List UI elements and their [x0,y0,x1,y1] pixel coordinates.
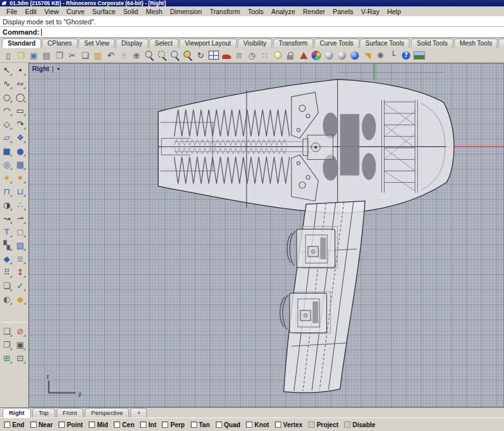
viewport-tab-perspective[interactable]: Perspective [85,408,130,418]
polyline-icon[interactable]: ∿ [1,78,13,90]
boolean-difference-icon[interactable]: ◑ [1,199,13,211]
zoom-window-icon[interactable] [156,49,168,62]
osnap-toggle-tan[interactable]: Tan [191,421,210,428]
osnap-toggle-int[interactable]: Int [140,421,156,428]
viewport-tab-front[interactable]: Front [56,408,83,418]
surface-corner-icon[interactable]: ❖ [14,131,26,144]
ribbon-tab-curve-tools[interactable]: Curve Tools [313,38,360,48]
text-object-icon[interactable]: T [1,226,13,238]
solid-tools-icon[interactable]: ◆ [1,253,13,265]
ribbon-tab-display[interactable]: Display [116,38,149,48]
single-point-icon[interactable]: • [14,64,26,76]
osnap-checkbox-quad[interactable] [216,421,222,428]
ellipse-icon[interactable]: ◯ [14,91,26,103]
sphere-solid-icon[interactable]: ● [14,145,26,157]
copy-objects-icon[interactable]: ◻ [14,226,26,238]
title-bar[interactable]: 01.3dm (215705 KB) - Rhinoceros Corporat… [0,0,504,6]
named-view-a-icon[interactable]: ❒ [1,339,13,351]
pan-icon[interactable]: ☝ [117,49,130,62]
torus-solid-icon[interactable]: ◎ [1,158,13,171]
ribbon-tab-surface-tools[interactable]: Surface Tools [360,38,411,48]
view-capture-icon[interactable]: ❑ [1,325,13,337]
help-icon[interactable]: ? [400,49,412,62]
check-objects-icon[interactable]: ✓ [14,280,26,292]
viewport-tab-add[interactable]: + [130,408,147,418]
move-view-icon[interactable]: ⊕ [130,49,143,62]
points-on-icon[interactable]: ∷ [259,49,271,62]
ribbon-tab-select[interactable]: Select [148,38,178,48]
viewport-right[interactable]: Right | ▼ [28,63,504,407]
osnap-toggle-near[interactable]: Near [30,421,53,428]
curve-control-points-icon[interactable]: ∾ [14,78,26,90]
chamfer-edge-icon[interactable]: ⊔ [14,185,26,198]
menu-render[interactable]: Render [299,7,329,16]
lamp-icon[interactable] [272,49,284,62]
render-disabled-icon[interactable]: ⊘ [14,325,26,337]
handle-switch-upper[interactable] [287,226,338,268]
ribbon-tab-viewport-layout[interactable]: Viewport Layout [178,38,237,48]
ribbon-tab-visibility[interactable]: Visibility [237,38,273,48]
osnap-checkbox-project[interactable] [308,421,315,428]
ribbon-tab-transform[interactable]: Transform [272,38,314,48]
box-solid-icon[interactable]: ■ [1,145,13,157]
menu-curve[interactable]: Curve [63,7,89,16]
scale-1d-icon[interactable]: ↕ [14,266,26,278]
osnap-toggle-disable[interactable]: Disable [344,421,376,428]
menu-mesh[interactable]: Mesh [142,7,166,16]
ribbon-tab-drafting[interactable]: Drafting [498,38,504,48]
zoom-dynamic-icon[interactable] [143,49,155,62]
osnap-toggle-knot[interactable]: Knot [246,421,269,428]
save-file-icon[interactable]: ▣ [28,49,40,62]
new-file-icon[interactable]: ▯ [2,49,14,62]
osnap-toggle-mid[interactable]: Mid [89,421,108,428]
object-visibility-icon[interactable]: ≣ [233,49,245,62]
ribbon-tab-solid-tools[interactable]: Solid Tools [410,38,454,48]
menu-surface[interactable]: Surface [89,7,119,16]
osnap-checkbox-vertex[interactable] [275,421,281,428]
lock-objects-icon[interactable] [284,49,297,62]
color-wheel-icon[interactable] [310,49,322,62]
undo-icon[interactable]: ↶ [105,49,117,62]
select-pointer-icon[interactable]: ↖ [1,64,13,76]
osnap-checkbox-mid[interactable] [89,421,95,428]
menu-help[interactable]: Help [383,7,405,16]
record-history-icon[interactable]: ◷ [246,49,258,62]
render-settings-icon[interactable] [336,49,348,62]
osnap-toggle-perp[interactable]: Perp [162,421,184,428]
freeform-curve-icon[interactable]: ↷ [14,118,26,130]
polygon-icon[interactable]: ◇ [1,118,13,130]
named-view-b-icon[interactable]: ▣ [14,339,26,351]
osnap-toggle-quad[interactable]: Quad [216,421,241,428]
vray-render-icon[interactable]: ◥ [361,49,374,62]
turntable-view-icon[interactable]: ⊞ [1,352,13,364]
ribbon-tab-standard[interactable]: Standard [1,38,42,48]
array-linear-icon[interactable]: ≣ [14,253,26,265]
ribbon-tab-mesh-tools[interactable]: Mesh Tools [453,38,498,48]
copy-view-icon[interactable]: ❐ [53,49,65,62]
surface-plane-icon[interactable]: ▱ [1,131,13,144]
render-preview-icon[interactable] [323,49,335,62]
osnap-toggle-cen[interactable]: Cen [114,421,134,428]
gold-patch-icon[interactable]: ◆ [14,293,26,305]
osnap-toggle-end[interactable]: End [4,421,24,428]
menu-tools[interactable]: Tools [244,7,268,16]
viewport-layout-icon[interactable] [207,49,220,62]
osnap-checkbox-near[interactable] [30,421,37,428]
menu-solid[interactable]: Solid [119,7,142,16]
osnap-checkbox-knot[interactable] [246,421,252,428]
viewport-tab-top[interactable]: Top [32,408,55,418]
osnap-toggle-point[interactable]: Point [58,421,83,428]
menu-analyze[interactable]: Analyze [267,7,299,16]
viewport-tab-right[interactable]: Right [3,408,31,418]
point-cloud-icon[interactable]: ∴ [14,199,26,211]
adjust-end-bulge-icon[interactable]: ⇀ [14,212,26,224]
menu-v-ray[interactable]: V-Ray [357,7,383,16]
open-file-icon[interactable]: ❒ [15,49,27,62]
osnap-checkbox-point[interactable] [58,421,65,428]
osnap-toggle-vertex[interactable]: Vertex [275,421,302,428]
explode-icon[interactable]: ✶ [14,172,26,184]
ribbon-tab-set-view[interactable]: Set View [78,38,116,48]
osnap-checkbox-tan[interactable] [191,421,197,428]
view-flag-icon[interactable]: ⊡ [14,352,26,364]
fillet-edge-icon[interactable]: ⊓ [1,185,13,198]
